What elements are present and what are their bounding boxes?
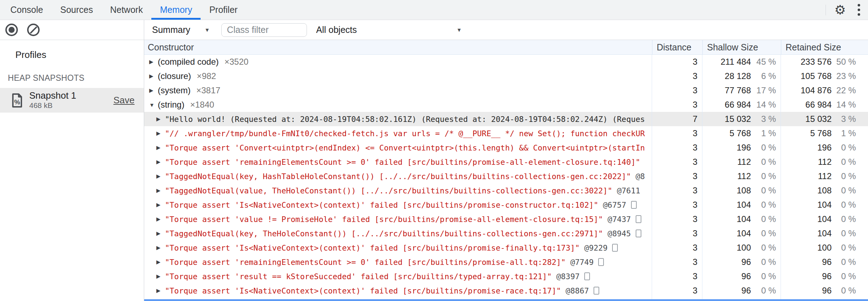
expand-arrow-icon[interactable]: ▶ <box>156 187 165 194</box>
shallow-size-percent: 0 % <box>751 200 776 210</box>
objects-filter-value: All objects <box>316 25 357 35</box>
shallow-size-percent: 17 % <box>751 85 776 95</box>
table-row[interactable]: ▶ "Torque assert 'Convert<uintptr>(endIn… <box>144 140 868 155</box>
distance-cell: 3 <box>652 183 702 198</box>
tab-network[interactable]: Network <box>101 0 151 20</box>
retained-size-cell: 96 0 % <box>781 255 868 269</box>
save-snapshot-link[interactable]: Save <box>113 95 135 106</box>
memory-toolbar: Summary ▼ All objects ▼ <box>144 20 868 40</box>
svg-text:%: % <box>14 98 20 106</box>
shallow-size-value: 211 484 <box>702 57 751 67</box>
perspective-select[interactable]: Summary ▼ <box>152 25 210 35</box>
constructor-name: (string) <box>158 100 185 110</box>
expand-arrow-icon[interactable]: ▶ <box>149 73 158 79</box>
retained-size-percent: 22 % <box>832 85 856 95</box>
column-header-distance[interactable]: Distance <box>652 40 702 54</box>
expand-arrow-icon[interactable]: ▶ <box>149 87 158 94</box>
distance-value: 3 <box>693 271 697 281</box>
tab-console[interactable]: Console <box>2 0 52 20</box>
distance-cell: 3 <box>652 226 702 241</box>
shallow-size-percent: 0 % <box>751 157 776 167</box>
expand-arrow-icon[interactable]: ▶ <box>149 59 158 65</box>
table-row[interactable]: ▶ (system) ×3817 3 77 768 17 % 104 876 2… <box>144 83 868 98</box>
table-row[interactable]: ▶ "Torque assert 'remainingElementsCount… <box>144 255 868 269</box>
object-id: @7437 <box>607 215 631 224</box>
perspective-select-value: Summary <box>152 25 190 35</box>
table-row[interactable]: ▶ "TaggedNotEqual(key, HashTableHoleCons… <box>144 169 868 183</box>
constructor-cell: ▶ (compiled code) ×3520 <box>144 55 652 69</box>
expand-arrow-icon[interactable]: ▼ <box>149 102 158 108</box>
table-row[interactable]: ▶ (compiled code) ×3520 3 211 484 45 % 2… <box>144 55 868 69</box>
expand-arrow-icon[interactable]: ▶ <box>156 144 165 151</box>
snapshot-item[interactable]: % Snapshot 1 468 kB Save <box>0 88 144 113</box>
retained-size-cell: 15 032 3 % <box>781 112 868 126</box>
expand-arrow-icon[interactable]: ▶ <box>156 159 165 165</box>
column-header-shallow-size[interactable]: Shallow Size <box>702 40 781 54</box>
distance-value: 3 <box>693 243 697 253</box>
retained-size-value: 5 768 <box>781 128 832 138</box>
expand-arrow-icon[interactable]: ▶ <box>156 130 165 137</box>
table-row[interactable]: ▶ "Torque assert 'Is<NativeContext>(cont… <box>144 283 868 298</box>
table-row[interactable]: ▶ "// .wrangler/tmp/bundle-FmNIt0/checke… <box>144 126 868 140</box>
shallow-size-percent: 0 % <box>751 243 776 253</box>
instance-count: ×982 <box>197 71 216 81</box>
retained-size-percent: 0 % <box>832 171 856 181</box>
shallow-size-percent: 0 % <box>751 257 776 267</box>
distance-value: 3 <box>693 257 697 267</box>
expand-arrow-icon[interactable]: ▶ <box>156 230 165 237</box>
table-row[interactable]: ▼ (string) ×1840 3 66 984 14 % 66 984 14… <box>144 98 868 112</box>
retained-size-cell: 100 0 % <box>781 241 868 255</box>
table-row[interactable]: ▶ "Torque assert 'remainingElementsCount… <box>144 155 868 169</box>
shallow-size-cell: 77 768 17 % <box>702 83 781 98</box>
table-row[interactable]: ▶ "TaggedNotEqual(key, TheHoleConstant()… <box>144 226 868 241</box>
shallow-size-value: 104 <box>702 228 751 238</box>
table-row[interactable]: ▶ "Torque assert 'Is<NativeContext>(cont… <box>144 241 868 255</box>
expand-arrow-icon[interactable]: ▶ <box>156 216 165 222</box>
retained-size-cell: 233 576 50 % <box>781 55 868 69</box>
expand-arrow-icon[interactable]: ▶ <box>156 116 165 122</box>
table-row[interactable]: ▶ "TaggedNotEqual(value, TheHoleConstant… <box>144 183 868 198</box>
retained-size-percent: 0 % <box>832 143 856 153</box>
distance-value: 3 <box>693 200 697 210</box>
expand-arrow-icon[interactable]: ▶ <box>156 273 165 280</box>
distance-value: 3 <box>693 71 697 81</box>
clear-profiles-icon[interactable] <box>27 24 40 36</box>
expand-arrow-icon[interactable]: ▶ <box>156 287 165 294</box>
expand-arrow-icon[interactable]: ▶ <box>156 259 165 265</box>
constructor-cell: ▶ "Torque assert 'Is<NativeContext>(cont… <box>144 241 652 255</box>
settings-button[interactable]: ⚙ <box>831 0 849 20</box>
constructor-cell: ▶ "Torque assert 'Is<NativeContext>(cont… <box>144 283 652 298</box>
expand-arrow-icon[interactable]: ▶ <box>156 173 165 179</box>
object-box-icon <box>584 272 590 280</box>
chevron-down-icon: ▼ <box>205 27 210 33</box>
retained-size-cell: 5 768 1 % <box>781 126 868 140</box>
expand-arrow-icon[interactable]: ▶ <box>156 202 165 208</box>
string-value: "Torque assert 'Is<NativeContext>(contex… <box>165 286 561 295</box>
class-filter-input[interactable] <box>221 23 307 37</box>
objects-filter-select[interactable]: All objects ▼ <box>316 25 462 35</box>
table-row[interactable]: ▶ "Torque assert 'value != PromiseHole' … <box>144 212 868 226</box>
table-row[interactable]: ▶ (closure) ×982 3 28 128 6 % 105 768 23… <box>144 69 868 83</box>
tab-memory[interactable]: Memory <box>151 0 201 20</box>
column-header-constructor[interactable]: Constructor <box>144 40 652 54</box>
retained-size-percent: 0 % <box>832 214 856 224</box>
tab-sources[interactable]: Sources <box>52 0 102 20</box>
table-row[interactable]: ▶ "Torque assert 'result == kStoreSucced… <box>144 269 868 283</box>
more-options-button[interactable] <box>849 0 868 20</box>
shallow-size-cell: 108 0 % <box>702 183 781 198</box>
column-header-retained-size[interactable]: Retained Size <box>781 40 868 54</box>
record-heap-snapshot-icon[interactable] <box>5 24 18 36</box>
expand-arrow-icon[interactable]: ▶ <box>156 245 165 251</box>
object-id: @6757 <box>603 201 626 209</box>
instance-count: ×1840 <box>190 100 214 110</box>
devtools-window: Console Sources Network Memory Profiler … <box>0 0 868 301</box>
tab-profiler[interactable]: Profiler <box>201 0 246 20</box>
profiles-title: Profiles <box>0 40 144 60</box>
constructor-cell: ▶ (closure) ×982 <box>144 69 652 83</box>
distance-value: 3 <box>693 143 697 153</box>
retained-size-value: 196 <box>781 143 832 153</box>
shallow-size-cell: 112 0 % <box>702 169 781 183</box>
table-row[interactable]: ▶ "Torque assert 'Is<NativeContext>(cont… <box>144 198 868 212</box>
grid-body-wrap: ▶ (compiled code) ×3520 3 211 484 45 % 2… <box>144 55 868 301</box>
table-row[interactable]: ▶ "Hello world! (Requested at: 2024-08-1… <box>144 112 868 126</box>
